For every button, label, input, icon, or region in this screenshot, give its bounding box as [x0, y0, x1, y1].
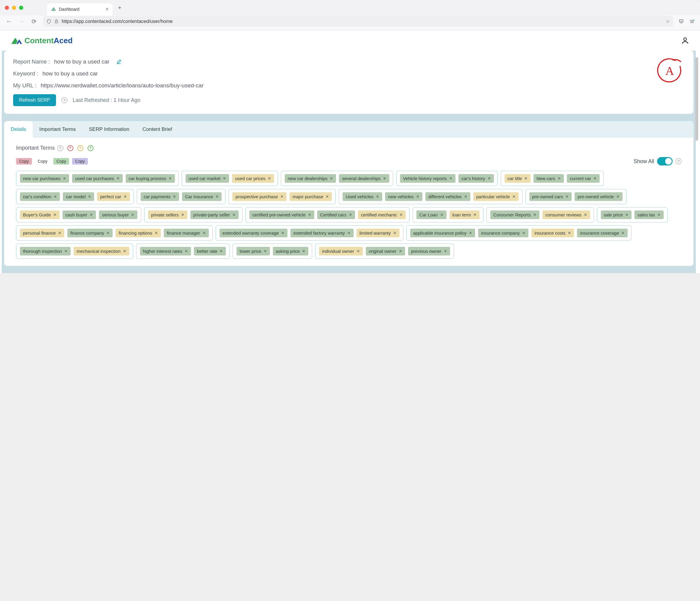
remove-term-icon[interactable]: ✕ — [155, 231, 158, 235]
term-chip[interactable]: serious buyer✕ — [99, 211, 137, 219]
remove-term-icon[interactable]: ✕ — [568, 231, 571, 235]
term-chip[interactable]: extended warranty coverage✕ — [220, 229, 288, 237]
close-window-button[interactable] — [5, 6, 9, 10]
remove-term-icon[interactable]: ✕ — [173, 194, 176, 199]
remove-term-icon[interactable]: ✕ — [281, 231, 284, 235]
term-chip[interactable]: consumer reviews✕ — [543, 211, 590, 219]
copy-chip-green[interactable]: Copy — [53, 158, 69, 165]
remove-term-icon[interactable]: ✕ — [326, 194, 329, 199]
remove-term-icon[interactable]: ✕ — [185, 249, 188, 254]
term-chip[interactable]: better rate✕ — [194, 247, 226, 256]
remove-term-icon[interactable]: ✕ — [584, 213, 587, 217]
term-chip[interactable]: used car purchases✕ — [72, 174, 123, 183]
term-chip[interactable]: loan term✕ — [449, 211, 480, 219]
pocket-icon[interactable] — [679, 19, 684, 24]
term-chip[interactable]: asking price✕ — [273, 247, 308, 256]
term-chip[interactable]: Used vehicles✕ — [343, 192, 382, 201]
remove-term-icon[interactable]: ✕ — [399, 249, 402, 254]
term-chip[interactable]: finance company✕ — [67, 229, 112, 237]
remove-term-icon[interactable]: ✕ — [106, 231, 109, 235]
remove-term-icon[interactable]: ✕ — [330, 176, 333, 181]
term-chip[interactable]: lower price✕ — [236, 247, 270, 256]
back-button[interactable]: ← — [5, 18, 12, 25]
term-chip[interactable]: different vehicles✕ — [425, 192, 470, 201]
remove-term-icon[interactable]: ✕ — [347, 231, 351, 235]
term-chip[interactable]: personal finance✕ — [20, 229, 64, 237]
remove-term-icon[interactable]: ✕ — [203, 231, 206, 235]
term-chip[interactable]: used car prices✕ — [232, 174, 274, 183]
remove-term-icon[interactable]: ✕ — [593, 176, 597, 181]
remove-term-icon[interactable]: ✕ — [280, 194, 283, 199]
term-chip[interactable]: individual owner✕ — [319, 247, 363, 256]
term-chip[interactable]: private-party seller✕ — [190, 211, 239, 219]
refresh-serp-button[interactable]: Refresh SERP — [13, 94, 56, 106]
copy-chip-plain[interactable]: Copy — [35, 158, 51, 165]
remove-term-icon[interactable]: ✕ — [169, 176, 172, 181]
legend-green-icon[interactable]: ? — [88, 145, 94, 151]
term-chip[interactable]: Consumer Reports✕ — [490, 211, 540, 219]
remove-term-icon[interactable]: ✕ — [558, 176, 561, 181]
copy-chip-purple[interactable]: Copy — [72, 158, 88, 165]
remove-term-icon[interactable]: ✕ — [524, 176, 527, 181]
close-tab-icon[interactable]: × — [106, 6, 108, 12]
term-chip[interactable]: used car market✕ — [185, 174, 229, 183]
term-chip[interactable]: extended factory warranty✕ — [291, 229, 354, 237]
term-chip[interactable]: finance manager✕ — [164, 229, 209, 237]
forward-button[interactable]: → — [18, 18, 25, 25]
term-chip[interactable]: new car purchases✕ — [20, 174, 69, 183]
remove-term-icon[interactable]: ✕ — [657, 213, 661, 217]
remove-term-icon[interactable]: ✕ — [473, 213, 477, 217]
term-chip[interactable]: pre-owned cars✕ — [529, 192, 572, 201]
remove-term-icon[interactable]: ✕ — [308, 213, 311, 217]
scrollbar[interactable] — [695, 57, 698, 141]
term-chip[interactable]: higher interest rates✕ — [140, 247, 191, 256]
remove-term-icon[interactable]: ✕ — [449, 176, 452, 181]
maximize-window-button[interactable] — [19, 6, 23, 10]
term-chip[interactable]: particular vehicle✕ — [473, 192, 519, 201]
remove-term-icon[interactable]: ✕ — [416, 194, 419, 199]
term-chip[interactable]: several dealerships✕ — [339, 174, 389, 183]
term-chip[interactable]: Car Insurance✕ — [182, 192, 222, 201]
term-chip[interactable]: Car Loan✕ — [417, 211, 447, 219]
browser-tab[interactable]: Dashboard × — [47, 3, 112, 16]
term-chip[interactable]: applicable insurance policy✕ — [410, 229, 475, 237]
remove-term-icon[interactable]: ✕ — [444, 249, 447, 254]
copy-chip-pink[interactable]: Copy — [16, 158, 32, 165]
remove-term-icon[interactable]: ✕ — [512, 194, 516, 199]
remove-term-icon[interactable]: ✕ — [232, 213, 235, 217]
term-chip[interactable]: car title✕ — [505, 174, 530, 183]
remove-term-icon[interactable]: ✕ — [64, 249, 68, 254]
remove-term-icon[interactable]: ✕ — [53, 213, 57, 217]
remove-term-icon[interactable]: ✕ — [522, 231, 525, 235]
address-bar[interactable]: https://app.contentaced.com/contentaced/… — [43, 16, 673, 27]
menu-icon[interactable] — [689, 19, 695, 24]
term-chip[interactable]: previous owner✕ — [408, 247, 450, 256]
remove-term-icon[interactable]: ✕ — [616, 194, 620, 199]
term-chip[interactable]: limited warranty✕ — [356, 229, 399, 237]
term-chip[interactable]: new car dealerships✕ — [285, 174, 336, 183]
term-chip[interactable]: new vehicles✕ — [385, 192, 422, 201]
remove-term-icon[interactable]: ✕ — [376, 194, 379, 199]
tab-serp-information[interactable]: SERP Information — [82, 121, 136, 138]
term-chip[interactable]: car's condition✕ — [20, 192, 60, 201]
reload-button[interactable]: ⟳ — [30, 18, 38, 25]
remove-term-icon[interactable]: ✕ — [440, 213, 444, 217]
logo[interactable]: ContentAced — [11, 36, 73, 45]
remove-term-icon[interactable]: ✕ — [383, 176, 386, 181]
remove-term-icon[interactable]: ✕ — [302, 249, 305, 254]
term-chip[interactable]: car buying process✕ — [126, 174, 175, 183]
term-chip[interactable]: car payments✕ — [141, 192, 179, 201]
term-chip[interactable]: private sellers✕ — [148, 211, 188, 219]
show-all-toggle[interactable] — [657, 157, 673, 165]
remove-term-icon[interactable]: ✕ — [131, 213, 134, 217]
term-chip[interactable]: sale price✕ — [601, 211, 631, 219]
term-chip[interactable]: car model✕ — [63, 192, 94, 201]
term-chip[interactable]: original owner✕ — [366, 247, 405, 256]
remove-term-icon[interactable]: ✕ — [268, 176, 271, 181]
term-chip[interactable]: car's history✕ — [458, 174, 494, 183]
term-chip[interactable]: insurance company✕ — [478, 229, 528, 237]
term-chip[interactable]: thorough inspection✕ — [20, 247, 71, 256]
help-icon[interactable]: ? — [61, 97, 67, 103]
remove-term-icon[interactable]: ✕ — [58, 231, 61, 235]
remove-term-icon[interactable]: ✕ — [220, 249, 223, 254]
